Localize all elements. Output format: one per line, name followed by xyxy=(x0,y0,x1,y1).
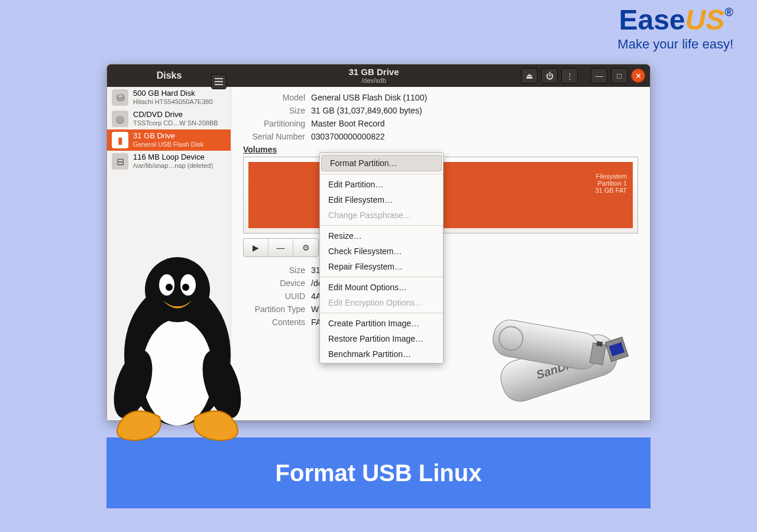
delete-partition-button[interactable]: — xyxy=(268,239,293,257)
banner: Format USB Linux xyxy=(106,437,651,508)
device-sub: TSSTcorp CD…W SN-208BB xyxy=(133,119,218,127)
device-cd-dvd[interactable]: ◎ CD/DVD DriveTSSTcorp CD…W SN-208BB xyxy=(107,108,231,129)
logo-tagline: Make your life easy! xyxy=(617,37,733,52)
menu-restore-partition-image[interactable]: Restore Partition Image… xyxy=(320,331,443,346)
brand-logo: EaseUS® Make your life easy! xyxy=(617,6,733,52)
app-title: Disks xyxy=(157,70,182,81)
svg-point-1 xyxy=(142,319,213,426)
hamburger-menu-button[interactable] xyxy=(211,74,227,89)
close-icon: ✕ xyxy=(635,72,642,80)
device-loop[interactable]: ⊟ 116 MB Loop Device/var/lib/snap…nap (d… xyxy=(107,151,231,172)
window-title: 31 GB Drive xyxy=(231,67,516,77)
drive-options-button[interactable]: ⋮ xyxy=(561,68,578,83)
eject-icon: ⏏ xyxy=(526,72,533,80)
menu-benchmark-partition[interactable]: Benchmark Partition… xyxy=(320,346,443,362)
power-icon: ⏻ xyxy=(546,72,554,80)
svg-point-6 xyxy=(182,284,189,291)
value-serial: 0303700000000822 xyxy=(311,132,385,141)
optical-disc-icon: ◎ xyxy=(112,111,128,127)
label-model: Model xyxy=(243,93,305,102)
close-button[interactable]: ✕ xyxy=(631,69,645,83)
menu-check-filesystem[interactable]: Check Filesystem… xyxy=(320,244,443,259)
menu-separator xyxy=(320,225,443,226)
menu-repair-filesystem[interactable]: Repair Filesystem… xyxy=(320,259,443,274)
label-size: Size xyxy=(243,106,305,115)
menu-separator xyxy=(320,277,443,277)
device-name: 500 GB Hard Disk xyxy=(133,89,213,98)
disk-image-icon: ⊟ xyxy=(112,153,128,170)
value-model: General USB Flash Disk (1100) xyxy=(311,93,427,102)
label-serial: Serial Number xyxy=(243,132,305,141)
device-name: 31 GB Drive xyxy=(133,132,203,141)
device-name: 116 MB Loop Device xyxy=(133,153,213,162)
volume-settings-button[interactable]: ⚙ xyxy=(293,239,318,257)
value-size: 31 GB (31,037,849,600 bytes) xyxy=(311,106,422,115)
device-name: CD/DVD Drive xyxy=(133,111,218,119)
device-sub: Hitachi HTS545050A7E380 xyxy=(133,98,213,106)
menu-edit-encryption-options: Edit Encryption Options… xyxy=(320,295,443,310)
titlebar: Disks 31 GB Drive /dev/sdb ⏏ ⏻ ⋮ — □ ✕ xyxy=(107,64,650,87)
menu-resize[interactable]: Resize… xyxy=(320,228,443,244)
menu-change-passphrase: Change Passphrase… xyxy=(320,207,443,223)
device-hard-disk[interactable]: ⛁ 500 GB Hard DiskHitachi HTS545050A7E38… xyxy=(107,87,231,108)
minimize-button[interactable]: — xyxy=(591,68,607,83)
svg-point-2 xyxy=(145,257,210,322)
menu-separator xyxy=(320,174,443,174)
menu-separator xyxy=(320,313,443,313)
usb-icon: ▮ xyxy=(112,132,128,148)
svg-point-5 xyxy=(166,284,173,291)
menu-create-partition-image[interactable]: Create Partition Image… xyxy=(320,316,443,331)
registered-icon: ® xyxy=(724,5,733,18)
gear-icon: ⚙ xyxy=(302,243,310,252)
menu-format-partition[interactable]: Format Partition… xyxy=(321,155,442,171)
device-sub: /var/lib/snap…nap (deleted) xyxy=(133,162,213,170)
logo-part1: Ease xyxy=(619,4,685,35)
usb-drive-icon: SanDisk xyxy=(467,313,645,443)
label-partitioning: Partitioning xyxy=(243,119,305,128)
hard-disk-icon: ⛁ xyxy=(112,89,128,106)
menu-edit-partition[interactable]: Edit Partition… xyxy=(320,177,443,192)
banner-text: Format USB Linux xyxy=(276,460,482,486)
device-sub: General USB Flash Disk xyxy=(133,141,203,148)
menu-edit-mount-options[interactable]: Edit Mount Options… xyxy=(320,280,443,295)
minus-icon: — xyxy=(277,243,285,252)
maximize-icon: □ xyxy=(617,72,622,80)
partition-context-menu: Format Partition… Edit Partition… Edit F… xyxy=(319,153,444,364)
value-partitioning: Master Boot Record xyxy=(311,119,385,128)
menu-edit-filesystem[interactable]: Edit Filesystem… xyxy=(320,192,443,207)
power-button[interactable]: ⏻ xyxy=(541,68,558,83)
device-usb-drive[interactable]: ▮ 31 GB DriveGeneral USB Flash Disk xyxy=(107,129,231,151)
maximize-button[interactable]: □ xyxy=(611,68,627,83)
svg-rect-16 xyxy=(596,341,603,347)
minimize-icon: — xyxy=(596,72,603,80)
more-icon: ⋮ xyxy=(566,72,574,80)
window-subtitle: /dev/sdb xyxy=(231,77,516,84)
logo-part2: US xyxy=(685,4,725,35)
tux-penguin-icon xyxy=(95,248,260,443)
eject-button[interactable]: ⏏ xyxy=(521,68,538,83)
